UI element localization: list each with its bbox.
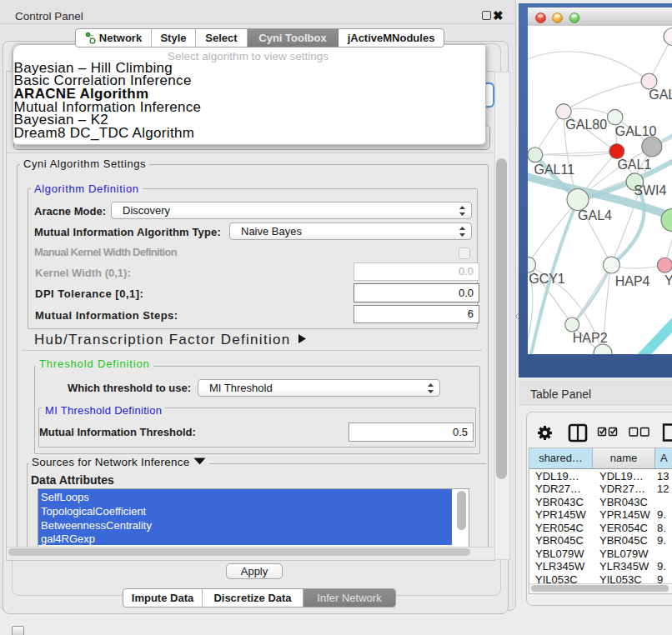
svg-text:HAP4: HAP4 bbox=[615, 274, 650, 288]
svg-text:HAP2: HAP2 bbox=[573, 331, 608, 345]
svg-text:GAL4: GAL4 bbox=[578, 208, 612, 222]
svg-text:GAL11: GAL11 bbox=[534, 162, 575, 177]
svg-text:GAL10: GAL10 bbox=[615, 124, 657, 138]
svg-text:SWI4: SWI4 bbox=[634, 183, 666, 198]
svg-text:GAL1: GAL1 bbox=[617, 158, 651, 172]
svg-text:GAL80: GAL80 bbox=[565, 118, 607, 132]
svg-text:YD: YD bbox=[664, 273, 672, 288]
svg-text:GAL: GAL bbox=[649, 88, 672, 102]
svg-text:GCY1: GCY1 bbox=[529, 272, 565, 286]
